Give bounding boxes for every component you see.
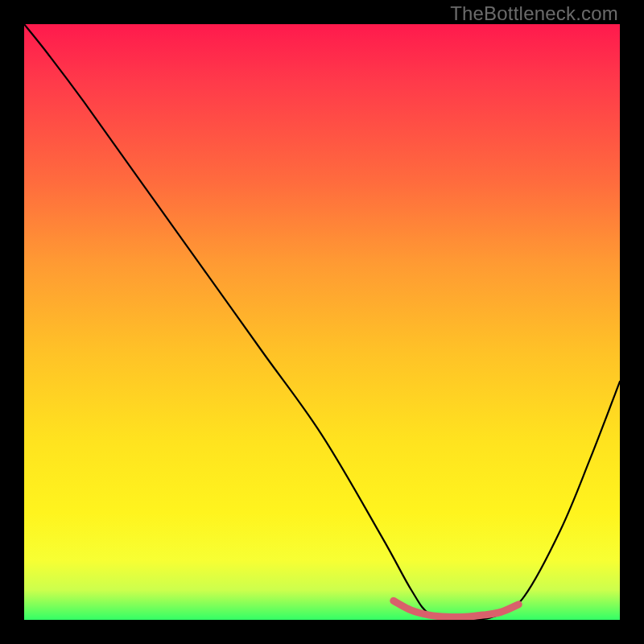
bottom-marker-path — [394, 601, 518, 617]
chart-frame — [24, 24, 620, 620]
bottleneck-curve-path — [24, 24, 620, 620]
chart-svg — [24, 24, 620, 620]
watermark-text: TheBottleneck.com — [450, 2, 618, 25]
